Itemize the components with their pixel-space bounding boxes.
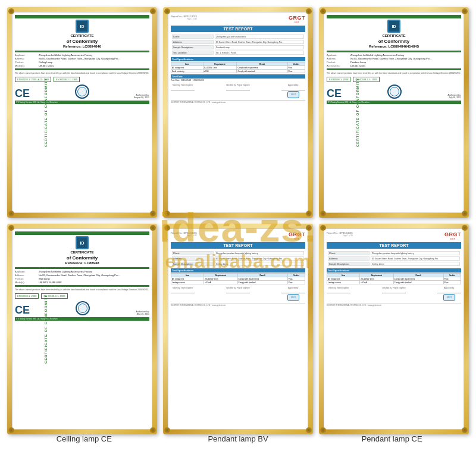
spec-td-2d: Pass [287, 70, 305, 73]
corner-dot-bl [8, 211, 14, 217]
td-address-2: 85 Gaoan Street Road, Guzhen Town, Zhong… [215, 256, 304, 261]
corner-dot-bl-3 [320, 211, 326, 217]
body-row-applicant-4: Applicant: Zhongshan LeiMinled Lighting … [15, 270, 149, 273]
sig-area: Authorized by: August 06, 2011 [134, 94, 149, 99]
cert-title-3: CERTIFICATE of Conformity Reference: LC8… [327, 34, 461, 49]
stamp-circle [75, 84, 89, 99]
corner-dot-br-4 [150, 427, 156, 433]
label-model: Model(s): [15, 64, 39, 67]
stamp-circle-3 [387, 84, 402, 99]
sign-label-checked: Checked by: Project Engineer [226, 84, 250, 86]
sign-area-3: Tested by: Team Engineer Checked by: Pro… [327, 287, 461, 301]
bottom-line: GGRTEST INTERNATIONAL TESTING CO., LTD. … [171, 100, 305, 104]
sig-date: August 06, 2011 [134, 96, 149, 99]
info-table-3: Client: Zhongshan pendant lamp with ligh… [327, 250, 461, 267]
spec-td-2d-3: Pass [443, 281, 461, 284]
cert-item-wall-lamp-bv: Report No.: BP33-13036 Page 1 of 30 GRGT… [319, 224, 469, 434]
label-address: Address: [15, 57, 39, 60]
tr-header: Report No.: BP33-13033 Page 1 of 30 GRGT… [171, 15, 305, 24]
spec-row-2-2: Leakage current ≤0.5mA Comply with stand… [171, 281, 305, 284]
frame-pendant-lamp-ce: ID CERTIFICATE of Conformity Reference: … [319, 7, 469, 218]
test-report-content-2: Report No.: BP33-13035 Page 1 of 30 GRGT… [168, 229, 308, 309]
footer-bar-text: ITS Testing Services (HK) Ltd, Hangzhou,… [16, 101, 58, 104]
grgt-logo-2: GRGT EST [289, 231, 305, 240]
sign-line-approved [281, 90, 305, 90]
spec-td-2a: Earth continuity [171, 70, 203, 73]
grgt-sub: EST [295, 21, 299, 24]
body-row-product-4: Product: Wall Lamp [15, 277, 149, 280]
body-row-applicant-3: Applicant: Zhongshan LeiMinled Lighting … [327, 54, 461, 57]
side-text-cert-3: CERTIFICATE OF CONFORMITY [356, 78, 359, 147]
test-date-text: Test Date: 2013/03/18 ~ 2013/04/03 [171, 79, 305, 82]
value-address-3: No.85, Gaoancunhe Road, Guzhen Town, Zho… [350, 57, 432, 60]
label-address-4: Address: [15, 274, 39, 277]
label-product: Product: [15, 61, 39, 64]
cert-paragraph-4: The above-named products have been teste… [15, 289, 149, 292]
th-sample-3: Sample Description: [328, 262, 369, 266]
corner-dot-bl-6 [320, 427, 326, 433]
labels-row: Ceiling lamp CE Pendant lamp BV Pendant … [0, 434, 476, 448]
cert-title-text2: Reference: LC8894846 [15, 45, 149, 49]
logo-box-4: ID [76, 236, 89, 249]
section-header-spec: Test Specifications [171, 57, 305, 61]
spec-td-2b-2: ≤0.5mA [204, 281, 237, 284]
page-info-2: Page 1 of 30 [171, 234, 197, 237]
value-product-4: Wall Lamp [39, 277, 50, 280]
footer-bar-text-4: ITS Testing Services (HK) Ltd, Hangzhou,… [16, 318, 58, 320]
frame-inner-ceiling-lamp-ce: ID CERTIFICATE of Conformity Reference: … [12, 12, 152, 213]
logo-area: ID [15, 20, 149, 33]
logo-area-4: ID [15, 236, 149, 249]
spec-row-2: Earth continuity ≤0.5Ω Comply with stand… [171, 70, 305, 73]
cert-ce-pendant: ID CERTIFICATE of Conformity Reference: … [324, 12, 464, 107]
sign-line-tested [171, 90, 195, 90]
test-report-content-1: Report No.: BP33-13033 Page 1 of 30 GRGT… [168, 12, 308, 106]
cert-item-ceiling-lamp-ce: ID CERTIFICATE of Conformity Reference: … [7, 7, 157, 218]
cert-paragraph-3: The above-named products have been teste… [327, 72, 461, 75]
td-client-3: Zhongshan pendant lamp with lighting fac… [371, 251, 460, 255]
green-divider-3 [327, 51, 461, 52]
spec-row-2-3: Leakage current ≤0.5mA Comply with stand… [327, 281, 461, 284]
info-row-address-3: Address: 85 Gaoan Street Road, Guzhen To… [328, 256, 460, 261]
th-sample-2: Sample Description: [172, 262, 214, 266]
corner-dot-br-3 [462, 211, 468, 217]
ce-mark: CE [15, 88, 30, 99]
corner-dot-br-6 [462, 427, 468, 433]
label-model-3: Accessories: [327, 64, 350, 67]
green-divider2 [15, 68, 149, 70]
sign-box-checked: Checked by: Project Engineer [226, 84, 250, 98]
td-sample: Pendant Lamp [215, 45, 304, 49]
body-row-address-4: Address: No.85, Gaoancunhe Road, Guzhen … [15, 274, 149, 277]
frame-pendant-lamp-bv: Report No.: BP33-13033 Page 1 of 30 GRGT… [163, 7, 313, 218]
grgt-text-2: GRGT [289, 231, 305, 237]
std-box-1-3: EN 60598-1: 2008 [327, 77, 350, 82]
spec-td-2c-3: Comply with standard [393, 281, 443, 284]
value-address-4: No.85, Gaoancunhe Road, Guzhen Town, Zho… [39, 274, 120, 277]
cert-ce-wall: ID CERTIFICATE of Conformity Reference: … [12, 229, 152, 323]
side-text-cert-4: CERTIFICATE OF CONFORMITY [44, 295, 48, 364]
footer-area-4: CE Authorized by: May 16, 2011 [15, 301, 149, 315]
header-bar [15, 15, 149, 18]
spec-table-3: Item Requirement Result Verdict AC volta… [327, 273, 461, 284]
tr-header-2: Report No.: BP33-13035 Page 1 of 30 GRGT… [171, 231, 305, 240]
td-test-loc: No. 1, Branch 1 Road [215, 51, 304, 55]
info-table: Client: Zhongshan guo with instructions … [171, 33, 305, 56]
sign-label-checked-2: Checked by: Project Engineer [226, 287, 250, 289]
header-bar-3 [327, 15, 461, 18]
certificate-grid: ID CERTIFICATE of Conformity Reference: … [0, 0, 476, 434]
sign-line-checked [226, 90, 250, 90]
td-address-3: 85 Gaoan Street Road, Guzhen Town, Zhong… [371, 256, 460, 261]
frame-wall-lamp-bv: Report No.: BP33-13036 Page 1 of 30 GRGT… [319, 224, 469, 434]
sign-line-approved-2 [281, 293, 305, 293]
title-bar: TEST REPORT [171, 26, 305, 32]
frame-ceiling-lamp-ce: ID CERTIFICATE of Conformity Reference: … [7, 7, 157, 218]
sign-area-2: Tested by: Team Engineer Checked by: Pro… [171, 287, 305, 301]
cert-title-4: CERTIFICATE of Conformity Reference: LC8… [15, 250, 149, 266]
value-model: LM-001 series [39, 64, 54, 67]
sign-label-approved: Approved by: [281, 84, 305, 86]
info-row-address: Address: 85 Gaoan Street Road, Guzhen To… [172, 40, 304, 44]
frame-wall-lamp-ce: ID CERTIFICATE of Conformity Reference: … [7, 224, 157, 434]
sign-box-approved-3: Approved by: GRGT [437, 287, 461, 301]
cert-title-main-4: of Conformity [15, 255, 149, 261]
value-product-3: Pendant Lamp [350, 61, 366, 64]
corner-dot-bl-4 [8, 427, 14, 433]
